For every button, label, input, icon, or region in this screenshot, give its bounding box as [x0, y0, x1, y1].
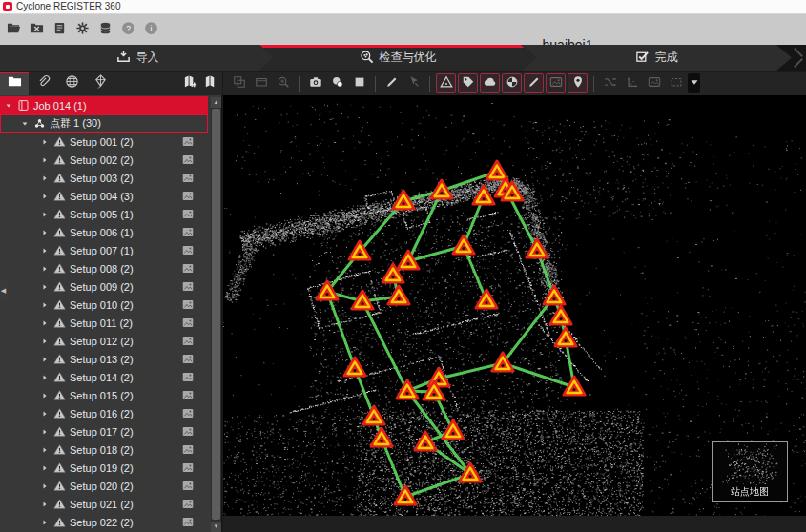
tab-attachments[interactable] [29, 72, 57, 95]
tree-setup-row-018[interactable]: Setup 018 (2) [0, 440, 208, 459]
setup-marker-019[interactable] [490, 351, 515, 374]
tree-setup-row-017[interactable]: Setup 017 (2) [0, 422, 208, 440]
tree-job-row[interactable]: Job 014 (1) [0, 96, 208, 114]
setup-marker-008[interactable] [451, 234, 476, 256]
tree-setup-row-019[interactable]: Setup 019 (2) [0, 459, 208, 477]
caret-right-tree-icon[interactable] [40, 481, 50, 491]
image-thumb-icon[interactable] [181, 407, 195, 419]
setup-marker-003[interactable] [471, 184, 496, 207]
image-thumb-icon[interactable] [181, 389, 195, 401]
tree-setup-row-004[interactable]: Setup 004 (3) [0, 187, 208, 205]
image-thumb-icon[interactable] [181, 172, 195, 184]
caret-right-tree-icon[interactable] [40, 228, 50, 237]
workflow-tab-finalize[interactable]: 完成 [521, 45, 792, 71]
caret-right-tree-icon[interactable] [40, 518, 50, 527]
registration-link[interactable] [362, 301, 407, 391]
caret-right-tree-icon[interactable] [40, 427, 50, 437]
tree-setup-row-002[interactable]: Setup 002 (2) [0, 151, 208, 169]
caret-right-tree-icon[interactable] [40, 337, 50, 346]
snapshot-button[interactable] [305, 73, 325, 93]
image-thumb-icon[interactable] [181, 516, 195, 528]
tree-setup-row-011[interactable]: Setup 011 (2) [0, 314, 208, 332]
point-cloud-viewport[interactable]: 站点地图 [223, 95, 806, 516]
help-button[interactable]: ? [119, 21, 136, 38]
show-targets-toggle[interactable] [502, 73, 522, 93]
close-project-button[interactable] [28, 21, 45, 38]
image-thumb-icon[interactable] [181, 480, 195, 492]
caret-right-tree-icon[interactable] [40, 300, 50, 310]
tab-web[interactable] [57, 72, 86, 95]
tree-setup-row-008[interactable]: Setup 008 (2) [0, 259, 208, 277]
caret-down-tree-icon[interactable] [20, 119, 30, 129]
image-thumb-icon[interactable] [181, 425, 195, 438]
show-clouds-toggle[interactable] [480, 73, 500, 93]
setup-marker-017[interactable] [553, 326, 578, 349]
image-thumb-icon[interactable] [181, 498, 195, 510]
tree-setup-row-007[interactable]: Setup 007 (1) [0, 241, 208, 259]
report-button[interactable] [51, 21, 68, 38]
setup-marker-016[interactable] [548, 304, 573, 327]
setup-marker-024[interactable] [362, 404, 386, 427]
setup-marker-025[interactable] [369, 426, 394, 449]
caret-right-tree-icon[interactable] [40, 391, 50, 400]
image-thumb-icon[interactable] [181, 208, 195, 220]
tree-setup-row-022[interactable]: Setup 022 (2) [0, 513, 208, 531]
add-bundle-button[interactable] [181, 75, 198, 92]
caret-right-tree-icon[interactable] [40, 355, 50, 364]
image-thumb-icon[interactable] [181, 280, 195, 293]
caret-down-tree-icon[interactable] [4, 101, 13, 111]
caret-right-tree-icon[interactable] [40, 192, 50, 201]
image-thumb-icon[interactable] [181, 461, 195, 474]
setup-marker-012[interactable] [350, 289, 375, 312]
image-thumb-icon[interactable] [181, 244, 195, 256]
settings-button[interactable] [73, 21, 91, 38]
setup-marker-023[interactable] [562, 375, 587, 398]
setup-marker-018[interactable] [342, 356, 367, 379]
image-thumb-icon[interactable] [181, 226, 195, 238]
color-mode-button[interactable] [327, 73, 347, 93]
selection-mode-caret[interactable] [688, 73, 700, 93]
workflow-tab-import[interactable]: 导入 [0, 45, 275, 71]
show-images-toggle[interactable] [546, 73, 566, 93]
scroll-up-arrow-icon[interactable]: ▲ [211, 97, 221, 108]
image-thumb-icon[interactable] [181, 317, 195, 329]
setup-marker-009[interactable] [525, 237, 549, 260]
caret-right-tree-icon[interactable] [40, 445, 50, 455]
setup-marker-004[interactable] [429, 178, 454, 201]
caret-right-tree-icon[interactable] [40, 155, 50, 165]
image-thumb-icon[interactable] [181, 353, 195, 365]
storage-button[interactable] [96, 21, 114, 38]
annotate-pen-button[interactable] [382, 73, 402, 93]
image-thumb-icon[interactable] [181, 190, 195, 202]
setup-marker-028[interactable] [458, 461, 483, 484]
tree-setup-row-010[interactable]: Setup 010 (2) [0, 296, 208, 314]
image-thumb-icon[interactable] [181, 298, 195, 311]
setup-marker-013[interactable] [386, 284, 411, 307]
image-thumb-icon[interactable] [181, 153, 195, 166]
caret-right-tree-icon[interactable] [40, 282, 50, 292]
show-annotations-toggle[interactable] [524, 73, 544, 93]
show-tags-toggle[interactable] [458, 73, 478, 93]
about-button[interactable]: i [142, 21, 159, 38]
tree-setup-row-009[interactable]: Setup 009 (2) [0, 277, 208, 296]
tab-project-explorer[interactable] [0, 72, 29, 95]
tree-setup-row-015[interactable]: Setup 015 (2) [0, 386, 208, 404]
tree-setup-row-021[interactable]: Setup 021 (2) [0, 495, 208, 513]
tree-setup-row-003[interactable]: Setup 003 (2) [0, 169, 208, 187]
tree-setup-row-013[interactable]: Setup 013 (2) [0, 350, 208, 368]
image-thumb-icon[interactable] [181, 262, 195, 275]
tree-setup-row-005[interactable]: Setup 005 (1) [0, 205, 208, 223]
scroll-down-arrow-icon[interactable]: ▼ [211, 522, 221, 532]
caret-right-tree-icon[interactable] [40, 373, 50, 382]
caret-right-tree-icon[interactable] [40, 463, 50, 473]
tree-setup-row-020[interactable]: Setup 020 (2) [0, 477, 208, 495]
tree-setup-row-014[interactable]: Setup 014 (2) [0, 368, 208, 386]
setup-marker-021[interactable] [395, 379, 420, 401]
setup-marker-022[interactable] [422, 379, 446, 402]
bundle-button[interactable] [201, 75, 218, 92]
caret-right-tree-icon[interactable] [40, 210, 50, 219]
tab-sitemap[interactable] [86, 72, 114, 95]
image-thumb-icon[interactable] [181, 371, 195, 383]
caret-right-tree-icon[interactable] [40, 246, 50, 256]
setup-marker-026[interactable] [441, 419, 465, 441]
